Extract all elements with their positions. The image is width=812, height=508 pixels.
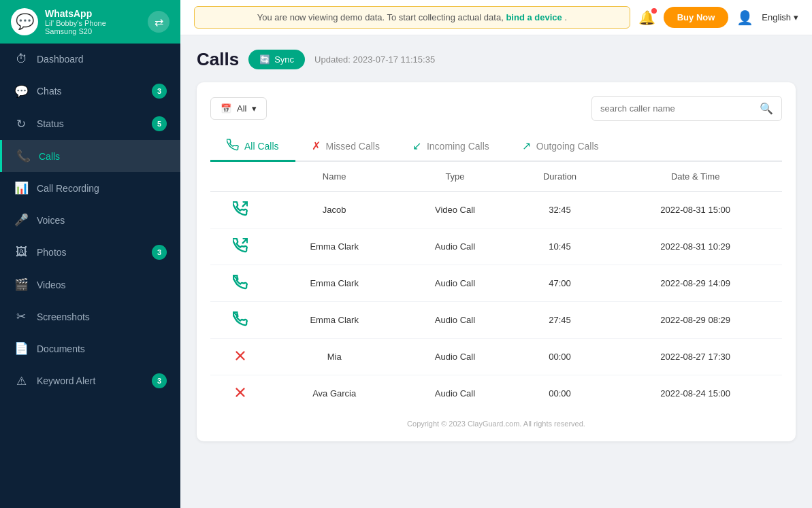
sidebar-item-status[interactable]: ↻ Status 5	[0, 107, 180, 140]
sidebar-item-calls[interactable]: 📞 Calls	[0, 140, 180, 172]
user-avatar[interactable]: 👤	[736, 10, 753, 26]
call-type: Video Call	[399, 192, 511, 228]
sync-button[interactable]: 🔄 Sync	[248, 50, 305, 69]
call-type-icon	[210, 375, 270, 412]
tab-label: Missed Calls	[326, 141, 380, 152]
demo-banner: You are now viewing demo data. To start …	[194, 6, 630, 29]
call-duration: 27:45	[511, 302, 609, 339]
call-datetime: 2022-08-24 15:00	[608, 375, 782, 412]
table-row: Emma ClarkAudio Call10:452022-08-31 10:2…	[210, 228, 782, 265]
table-row: JacobVideo Call32:452022-08-31 15:00	[210, 192, 782, 228]
chevron-down-icon: ▾	[252, 103, 257, 114]
call-duration: 00:00	[511, 339, 609, 375]
call-type-icon	[210, 228, 270, 265]
table-row: MiaAudio Call00:002022-08-27 17:30	[210, 339, 782, 375]
missed-calls-icon: ✗	[312, 139, 321, 152]
col-name: Name	[270, 162, 399, 192]
tab-missed-calls[interactable]: ✗ Missed Calls	[295, 132, 396, 162]
col-type: Type	[399, 162, 511, 192]
call-type: Audio Call	[399, 228, 511, 265]
tab-incoming-calls[interactable]: ↙ Incoming Calls	[396, 132, 506, 162]
sidebar-header: 💬 WhatsApp Lil' Bobby's Phone Samsung S2…	[0, 0, 180, 44]
keyword-alert-icon: ⚠	[14, 374, 29, 388]
sidebar-item-label: Videos	[37, 280, 167, 290]
chevron-down-icon: ▾	[794, 12, 798, 22]
sidebar-item-label: Call Recording	[37, 183, 167, 194]
voices-icon: 🎤	[14, 213, 29, 227]
table-row: Emma ClarkAudio Call27:452022-08-29 08:2…	[210, 302, 782, 339]
sidebar-item-voices[interactable]: 🎤 Voices	[0, 204, 180, 236]
incoming-calls-icon: ↙	[412, 139, 421, 152]
page-header: Calls 🔄 Sync Updated: 2023-07-17 11:15:3…	[197, 49, 796, 70]
sidebar-item-label: Voices	[37, 215, 167, 226]
sidebar-item-label: Photos	[37, 247, 144, 258]
language-selector[interactable]: English ▾	[762, 12, 798, 22]
call-recording-icon: 📊	[14, 181, 29, 195]
call-datetime: 2022-08-31 15:00	[608, 192, 782, 228]
sidebar-item-label: Status	[37, 118, 144, 129]
sidebar-item-videos[interactable]: 🎬 Videos	[0, 269, 180, 301]
call-name: Ava Garcia	[270, 375, 399, 412]
app-device: Lil' Bobby's Phone	[45, 19, 106, 27]
sidebar-item-keyword-alert[interactable]: ⚠ Keyword Alert 3	[0, 365, 180, 397]
chats-badge: 3	[152, 84, 167, 99]
date-filter[interactable]: 📅 All ▾	[210, 97, 267, 120]
date-filter-label: All	[237, 103, 246, 114]
tab-label: Incoming Calls	[427, 141, 489, 152]
sidebar-item-photos[interactable]: 🖼 Photos 3	[0, 236, 180, 269]
videos-icon: 🎬	[14, 277, 29, 292]
call-duration: 47:00	[511, 265, 609, 302]
call-type: Audio Call	[399, 302, 511, 339]
status-icon: ↻	[14, 117, 29, 131]
calls-icon: 📞	[16, 149, 31, 163]
col-duration: Duration	[511, 162, 609, 192]
sidebar-item-screenshots[interactable]: ✂ Screenshots	[0, 301, 180, 333]
app-title: WhatsApp	[45, 8, 106, 19]
call-type-icon	[210, 302, 270, 339]
outgoing-calls-icon: ↗	[522, 139, 531, 152]
table-row: Ava GarciaAudio Call00:002022-08-24 15:0…	[210, 375, 782, 412]
call-datetime: 2022-08-29 08:29	[608, 302, 782, 339]
buy-now-button[interactable]: Buy Now	[664, 7, 729, 28]
call-name: Emma Clark	[270, 265, 399, 302]
call-type: Audio Call	[399, 375, 511, 412]
call-name: Mia	[270, 339, 399, 375]
chats-icon: 💬	[14, 84, 29, 99]
sidebar-item-label: Documents	[37, 343, 167, 354]
sidebar-item-call-recording[interactable]: 📊 Call Recording	[0, 172, 180, 204]
sidebar-item-label: Keyword Alert	[37, 375, 144, 386]
call-duration: 32:45	[511, 192, 609, 228]
search-box: 🔍	[591, 96, 782, 121]
call-type: Audio Call	[399, 265, 511, 302]
search-input[interactable]	[600, 103, 754, 114]
call-type-icon	[210, 339, 270, 375]
photos-icon: 🖼	[14, 245, 29, 259]
sidebar-item-documents[interactable]: 📄 Documents	[0, 333, 180, 365]
table-row: Emma ClarkAudio Call47:002022-08-29 14:0…	[210, 265, 782, 302]
call-type-icon	[210, 192, 270, 228]
sync-label: Sync	[274, 54, 294, 65]
page-title: Calls	[197, 49, 239, 70]
notification-bell[interactable]: 🔔	[638, 10, 655, 26]
sidebar-item-label: Screenshots	[37, 311, 167, 322]
screenshots-icon: ✂	[14, 309, 29, 324]
calls-card: 📅 All ▾ 🔍 All Calls ✗	[197, 82, 796, 441]
calls-table: Name Type Duration Date & Time JacobVide…	[210, 162, 782, 411]
tab-outgoing-calls[interactable]: ↗ Outgoing Calls	[506, 132, 615, 162]
bind-device-link[interactable]: bind a device	[506, 12, 562, 22]
notification-dot	[651, 8, 657, 14]
sidebar-item-dashboard[interactable]: ⏱ Dashboard	[0, 44, 180, 75]
call-datetime: 2022-08-29 14:09	[608, 265, 782, 302]
call-name: Emma Clark	[270, 302, 399, 339]
app-name: WhatsApp Lil' Bobby's Phone Samsung S20	[45, 8, 106, 35]
sidebar-item-chats[interactable]: 💬 Chats 3	[0, 75, 180, 107]
topbar-icons: 🔔 Buy Now 👤 English ▾	[638, 7, 798, 28]
col-icon	[210, 162, 270, 192]
calendar-icon: 📅	[221, 103, 231, 114]
language-label: English	[762, 12, 791, 22]
tab-all-calls[interactable]: All Calls	[210, 132, 295, 162]
call-datetime: 2022-08-27 17:30	[608, 339, 782, 375]
transfer-icon[interactable]: ⇄	[148, 11, 169, 33]
documents-icon: 📄	[14, 341, 29, 356]
status-badge: 5	[152, 116, 167, 131]
